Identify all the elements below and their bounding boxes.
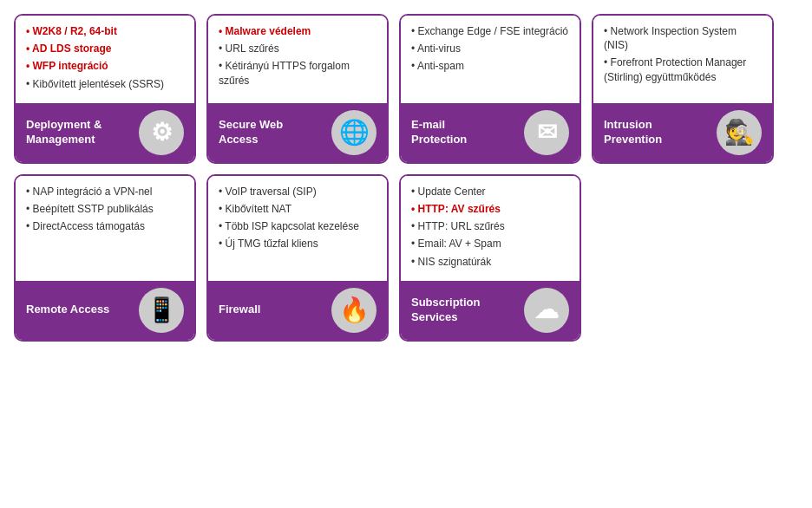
card-deployment: W2K8 / R2, 64-bitAD LDS storageWFP integ… [14, 14, 196, 164]
card-item: Forefront Protection Manager (Stirling) … [604, 55, 762, 83]
card-icon-remote: 📱 [139, 288, 184, 333]
card-footer-remote: Remote Access📱 [16, 281, 194, 340]
card-item: Kibővített jelentések (SSRS) [26, 77, 184, 91]
card-item: Új TMG tűzfal kliens [219, 237, 377, 251]
card-item: Email: AV + Spam [411, 237, 569, 251]
card-footer-firewall: Firewall🔥 [208, 281, 387, 340]
card-footer-subscription: Subscription Services☁ [401, 281, 580, 340]
card-item: Beépített SSTP publikálás [26, 202, 184, 216]
card-item: Anti-spam [411, 59, 569, 73]
card-icon-email: ✉ [524, 110, 569, 155]
card-footer-label: Intrusion Prevention [604, 118, 711, 147]
card-item: Kétirányú HTTPS forgalom szűrés [219, 59, 377, 87]
card-item: VoIP traversal (SIP) [219, 185, 377, 199]
card-item: WFP integráció [26, 59, 184, 73]
card-body-intrusion: Network Inspection System (NIS)Forefront… [593, 16, 772, 103]
card-firewall: VoIP traversal (SIP)Kibővített NATTöbb I… [206, 174, 389, 342]
card-footer-label: Remote Access [26, 303, 134, 317]
card-icon-firewall: 🔥 [331, 288, 377, 333]
card-body-secure-web: Malware védelemURL szűrésKétirányú HTTPS… [208, 16, 387, 103]
card-item: Kibővített NAT [219, 202, 377, 216]
card-icon-intrusion: 🕵 [717, 110, 762, 155]
card-item: Malware védelem [219, 24, 377, 38]
card-footer-label: Secure Web Access [219, 118, 326, 147]
top-row: W2K8 / R2, 64-bitAD LDS storageWFP integ… [14, 14, 798, 164]
card-body-remote: NAP integráció a VPN-nelBeépített SSTP p… [16, 176, 194, 281]
card-body-email: Exchange Edge / FSE integrációAnti-virus… [401, 16, 580, 103]
card-intrusion: Network Inspection System (NIS)Forefront… [592, 14, 774, 164]
card-footer-email: E-mail Protection✉ [401, 103, 580, 162]
card-item: AD LDS storage [26, 42, 184, 55]
card-item: NIS szignatúrák [411, 255, 569, 269]
card-footer-label: Firewall [219, 303, 326, 317]
card-footer-deployment: Deployment & Management⚙ [16, 103, 194, 162]
card-item: Anti-virus [411, 42, 569, 55]
card-body-deployment: W2K8 / R2, 64-bitAD LDS storageWFP integ… [16, 16, 194, 103]
card-item: Több ISP kapcsolat kezelése [219, 219, 377, 233]
card-item: Network Inspection System (NIS) [604, 24, 762, 52]
card-item: Exchange Edge / FSE integráció [411, 24, 569, 38]
card-footer-label: Deployment & Management [26, 118, 134, 147]
card-item: Update Center [411, 185, 569, 199]
card-icon-secure-web: 🌐 [331, 110, 377, 155]
main-grid: W2K8 / R2, 64-bitAD LDS storageWFP integ… [14, 14, 798, 342]
card-item: HTTP: URL szűrés [411, 219, 569, 233]
card-body-firewall: VoIP traversal (SIP)Kibővített NATTöbb I… [208, 176, 387, 281]
card-item: NAP integráció a VPN-nel [26, 185, 184, 199]
card-email: Exchange Edge / FSE integrációAnti-virus… [399, 14, 581, 164]
card-secure-web: Malware védelemURL szűrésKétirányú HTTPS… [206, 14, 389, 164]
card-footer-secure-web: Secure Web Access🌐 [208, 103, 387, 162]
card-remote: NAP integráció a VPN-nelBeépített SSTP p… [14, 174, 196, 342]
card-item: URL szűrés [219, 42, 377, 55]
card-body-subscription: Update CenterHTTP: AV szűrésHTTP: URL sz… [401, 176, 580, 281]
card-footer-label: E-mail Protection [411, 118, 519, 147]
card-subscription: Update CenterHTTP: AV szűrésHTTP: URL sz… [399, 174, 581, 342]
card-item: DirectAccess támogatás [26, 219, 184, 233]
card-footer-intrusion: Intrusion Prevention🕵 [593, 103, 772, 162]
card-footer-label: Subscription Services [411, 296, 519, 325]
card-icon-deployment: ⚙ [139, 110, 184, 155]
bottom-row: NAP integráció a VPN-nelBeépített SSTP p… [14, 174, 798, 342]
card-item: HTTP: AV szűrés [411, 202, 569, 216]
card-icon-subscription: ☁ [524, 288, 569, 333]
card-item: W2K8 / R2, 64-bit [26, 24, 184, 38]
